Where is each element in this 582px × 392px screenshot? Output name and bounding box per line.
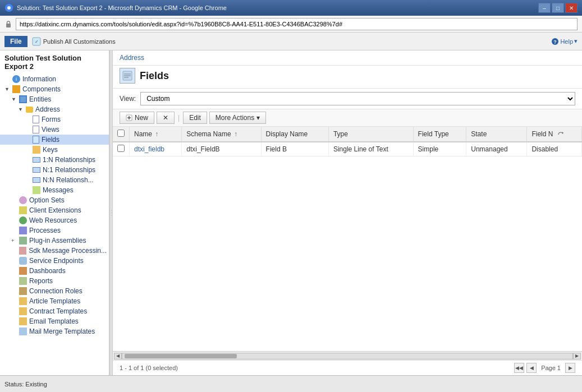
sidebar-item-fields[interactable]: Fields <box>0 135 109 145</box>
conn-icon <box>19 287 27 295</box>
nn-icon <box>33 177 40 183</box>
sidebar-label-mail: Mail Merge Templates <box>29 328 95 335</box>
address-bar <box>0 16 582 33</box>
more-actions-button[interactable]: More Actions ▾ <box>209 112 266 124</box>
sidebar-item-email-templates[interactable]: Email Templates <box>0 316 109 326</box>
edit-button[interactable]: Edit <box>183 112 207 124</box>
sidebar-label-nn: N:N Relationsh... <box>43 176 94 184</box>
forms-icon <box>33 116 39 123</box>
page-title-area: Fields <box>113 66 582 89</box>
sidebar-label-option: Option Sets <box>29 196 65 204</box>
more-actions-label: More Actions ▾ <box>216 114 260 122</box>
sidebar-label-client: Client Extensions <box>29 206 81 214</box>
mail-icon <box>19 328 27 335</box>
prev-page-button[interactable]: ◀ <box>526 363 537 373</box>
name-link[interactable]: dtxi_fieldb <box>134 145 164 153</box>
help-icon: ? <box>551 38 559 45</box>
breadcrumb-parent[interactable]: Address <box>120 54 144 62</box>
col-fieldn[interactable]: Field N <box>527 127 582 142</box>
col-schema[interactable]: Schema Name ↑ <box>182 127 261 142</box>
sidebar-item-processes[interactable]: Processes <box>0 225 109 236</box>
col-display[interactable]: Display Name <box>261 127 328 142</box>
sidebar-item-dashboards[interactable]: Dashboards <box>0 266 109 276</box>
row-checkbox-cell[interactable] <box>113 142 130 156</box>
sidebar-item-nn-rel[interactable]: N:N Relationsh... <box>0 175 109 185</box>
help-dropdown-icon: ▾ <box>574 38 578 45</box>
select-all-checkbox[interactable] <box>117 130 125 137</box>
sidebar-item-address[interactable]: ▼ Address <box>0 104 109 114</box>
scroll-right-button[interactable]: ▶ <box>573 353 581 359</box>
publish-button[interactable]: ✓ Publish All Customizations <box>32 37 116 46</box>
sidebar-item-option-sets[interactable]: Option Sets <box>0 195 109 205</box>
sdk-icon <box>19 247 27 255</box>
keys-icon <box>33 146 40 154</box>
refresh-icon[interactable] <box>557 131 564 138</box>
n1-icon <box>33 167 40 173</box>
info-icon: i <box>12 75 20 83</box>
delete-button[interactable]: ✕ <box>157 112 175 124</box>
col-state-label: State <box>471 130 487 138</box>
new-button[interactable]: New <box>120 112 154 124</box>
sidebar-item-sdk[interactable]: Sdk Message Processin... <box>0 246 109 256</box>
sidebar-item-article-templates[interactable]: Article Templates <box>0 296 109 306</box>
sidebar-item-n1-rel[interactable]: N:1 Relationships <box>0 165 109 175</box>
option-icon <box>19 196 27 204</box>
sidebar-item-contract-templates[interactable]: Contract Templates <box>0 306 109 316</box>
sidebar-item-views[interactable]: Views <box>0 124 109 135</box>
sidebar-item-entities[interactable]: ▼ Entities <box>0 94 109 104</box>
row-state: Unmanaged <box>466 142 527 156</box>
next-page-button[interactable]: ▶ <box>565 363 575 373</box>
service-icon <box>19 257 27 265</box>
col-fieldtype[interactable]: Field Type <box>413 127 466 142</box>
view-select[interactable]: Custom All Managed Unmanaged <box>140 92 575 105</box>
sidebar-label-sdk: Sdk Message Processin... <box>29 247 107 255</box>
minimize-button[interactable]: – <box>538 3 551 13</box>
new-icon <box>126 114 132 121</box>
col-state[interactable]: State <box>466 127 527 142</box>
col-name[interactable]: Name ↑ <box>130 127 182 142</box>
sidebar-label-plugin: Plug-in Assemblies <box>29 237 86 245</box>
scroll-thumb[interactable] <box>125 354 237 358</box>
file-button[interactable]: File <box>4 36 28 47</box>
col-type[interactable]: Type <box>328 127 413 142</box>
plugin-icon <box>19 237 27 245</box>
svg-rect-2 <box>6 24 11 27</box>
sidebar-item-plugin[interactable]: + Plug-in Assemblies <box>0 236 109 246</box>
sidebar-label-entities: Entities <box>29 95 51 103</box>
sidebar-item-1n-rel[interactable]: 1:N Relationships <box>0 155 109 165</box>
table-row[interactable]: dtxi_fieldb dtxi_FieldB Field B Single L… <box>113 142 582 156</box>
col-check[interactable] <box>113 127 130 142</box>
sidebar-item-mail-merge[interactable]: Mail Merge Templates <box>0 326 109 336</box>
maximize-button[interactable]: □ <box>552 3 564 13</box>
sidebar-item-service[interactable]: Service Endpoints <box>0 256 109 266</box>
sidebar-item-forms[interactable]: Forms <box>0 114 109 124</box>
horizontal-scrollbar[interactable] <box>122 353 573 359</box>
expand-icon-plugin: + <box>11 238 17 243</box>
sidebar-item-information[interactable]: i Information <box>0 74 109 84</box>
new-label: New <box>135 114 148 122</box>
table-container: Name ↑ Schema Name ↑ Display Name Type <box>113 127 582 351</box>
sidebar-item-client-ext[interactable]: Client Extensions <box>0 205 109 215</box>
delete-icon: ✕ <box>163 114 168 122</box>
help-button[interactable]: ? Help ▾ <box>551 38 578 45</box>
row-checkbox[interactable] <box>117 145 125 152</box>
sort-arrow-schema: ↑ <box>234 130 237 138</box>
col-name-label: Name <box>134 130 152 138</box>
sidebar-label-article: Article Templates <box>29 297 80 305</box>
close-button[interactable]: ✕ <box>565 3 578 13</box>
sidebar-item-conn-roles[interactable]: Connection Roles <box>0 286 109 296</box>
view-label: View: <box>120 95 136 103</box>
sidebar-item-keys[interactable]: Keys <box>0 145 109 155</box>
first-page-button[interactable]: ◀◀ <box>514 363 524 373</box>
sidebar-item-web-resources[interactable]: Web Resources <box>0 215 109 225</box>
scroll-left-button[interactable]: ◀ <box>114 353 122 359</box>
edit-label: Edit <box>189 114 201 122</box>
status-text: Status: Existing <box>4 381 47 388</box>
sidebar-item-messages[interactable]: Messages <box>0 185 109 195</box>
sidebar-item-components[interactable]: ▼ Components <box>0 84 109 94</box>
chrome-icon <box>4 3 13 12</box>
sidebar-item-reports[interactable]: Reports <box>0 276 109 286</box>
url-input[interactable] <box>16 18 578 30</box>
row-name[interactable]: dtxi_fieldb <box>130 142 182 156</box>
help-label: Help <box>560 38 573 45</box>
